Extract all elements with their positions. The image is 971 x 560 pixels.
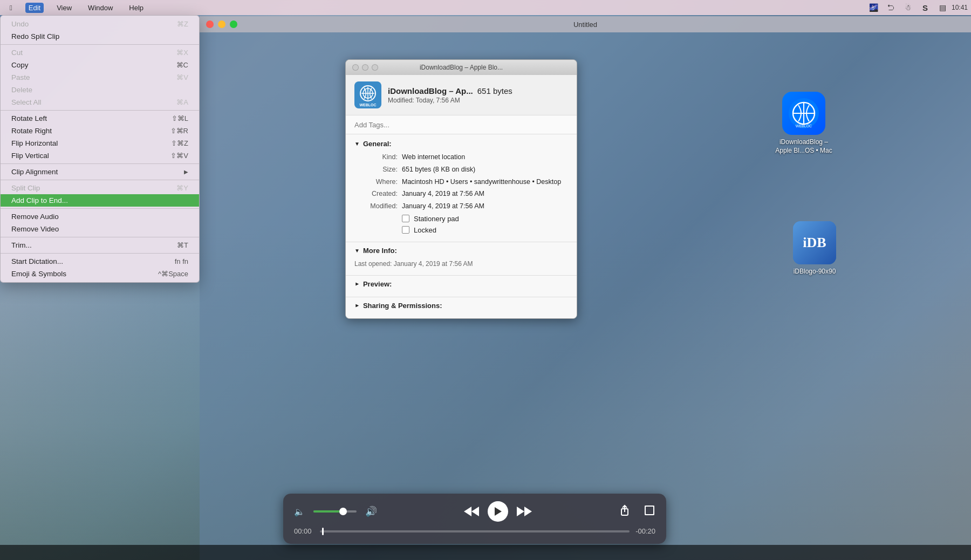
player-controls: 🔈 🔊 bbox=[294, 501, 655, 522]
menu-item-remove-video[interactable]: Remove Video bbox=[1, 223, 199, 235]
bottom-bar bbox=[0, 545, 971, 560]
menu-item-remove-audio[interactable]: Remove Audio bbox=[1, 210, 199, 223]
menu-item-start-dictation[interactable]: Start Dictation... fn fn bbox=[1, 255, 199, 268]
menubar-help[interactable]: Help bbox=[126, 3, 147, 13]
info-where-row: Where: Macintosh HD • Users • sandywritt… bbox=[354, 177, 568, 187]
fullscreen-button[interactable] bbox=[644, 504, 655, 519]
undo-shortcut: ⌘Z bbox=[177, 20, 188, 28]
info-header: WEBLOC iDownloadBlog – Ap... 651 bytes M… bbox=[346, 75, 577, 115]
info-max-btn[interactable] bbox=[372, 64, 378, 71]
info-more-section: ▼ More Info: Last opened: January 4, 201… bbox=[346, 242, 577, 275]
menu-item-rotate-right[interactable]: Rotate Right ⇧⌘R bbox=[1, 125, 199, 137]
locked-row: Locked bbox=[402, 226, 568, 234]
menu-item-select-all[interactable]: Select All ⌘A bbox=[1, 96, 199, 108]
letter-s-icon[interactable]: S bbox=[920, 3, 930, 12]
menu-item-paste[interactable]: Paste ⌘V bbox=[1, 71, 199, 84]
locked-label: Locked bbox=[414, 226, 436, 234]
idb-label: iDBlogo-90x90 bbox=[794, 268, 836, 276]
preview-header[interactable]: ▼ Preview: bbox=[354, 280, 568, 288]
where-value: Macintosh HD • Users • sandywrittenhouse… bbox=[402, 177, 561, 187]
volume-track bbox=[313, 510, 357, 513]
sharing-header[interactable]: ▼ Sharing & Permissions: bbox=[354, 302, 568, 310]
volume-low-icon: 🔈 bbox=[294, 507, 305, 517]
share-button[interactable] bbox=[619, 504, 631, 519]
info-titlebar: iDownloadBlog – Apple Blo... bbox=[346, 60, 577, 75]
preview-triangle: ▼ bbox=[354, 281, 360, 286]
dictation-shortcut: fn fn bbox=[175, 257, 188, 265]
volume-knob bbox=[339, 508, 347, 515]
stationery-checkbox[interactable] bbox=[402, 215, 409, 222]
info-modified-date: Modified: Today, 7:56 AM bbox=[388, 97, 512, 104]
stationery-label: Stationery pad bbox=[414, 215, 459, 223]
timeline-cursor bbox=[322, 528, 324, 535]
webloc-file-icon: WEBLOC bbox=[782, 92, 825, 135]
display-icon[interactable]: ▤ bbox=[938, 3, 947, 12]
menu-item-flip-horizontal[interactable]: Flip Horizontal ⇧⌘Z bbox=[1, 137, 199, 149]
svg-marker-13 bbox=[495, 507, 502, 516]
rewind-button[interactable] bbox=[464, 506, 479, 517]
volume-high-icon: 🔊 bbox=[365, 506, 377, 517]
player-timeline: 00:00 -00:20 bbox=[294, 527, 655, 535]
menu-item-flip-vertical[interactable]: Flip Vertical ⇧⌘V bbox=[1, 149, 199, 162]
info-file-details: iDownloadBlog – Ap... 651 bytes Modified… bbox=[388, 86, 512, 104]
menubar-edit[interactable]: Edit bbox=[25, 3, 44, 13]
info-modified-row: Modified: January 4, 2019 at 7:56 AM bbox=[354, 201, 568, 211]
shield-icon[interactable]: ☃ bbox=[903, 3, 913, 12]
menubar:  Edit View Window Help 🌌 ⮌ ☃ S ▤ 10:41 bbox=[0, 0, 971, 15]
menu-item-split-clip[interactable]: Split Clip ⌘Y bbox=[1, 182, 199, 194]
svg-text:WEBLOC: WEBLOC bbox=[359, 103, 376, 107]
more-info-header[interactable]: ▼ More Info: bbox=[354, 247, 568, 255]
info-panel: iDownloadBlog – Apple Blo... WEBLOC iDow… bbox=[345, 59, 577, 319]
info-tags-section bbox=[346, 115, 577, 134]
select-all-shortcut: ⌘A bbox=[176, 98, 188, 106]
where-label: Where: bbox=[354, 177, 398, 187]
tags-input-field[interactable] bbox=[354, 121, 568, 129]
compass-icon[interactable]: ⮌ bbox=[886, 3, 895, 12]
media-player: 🔈 🔊 bbox=[283, 494, 666, 544]
menubar-window[interactable]: Window bbox=[85, 3, 116, 13]
cast-icon[interactable]: 🌌 bbox=[869, 3, 878, 12]
info-created-row: Created: January 4, 2019 at 7:56 AM bbox=[354, 189, 568, 199]
desktop-icon-idb[interactable]: iDB iDBlogo-90x90 bbox=[782, 221, 847, 276]
info-size-row: Size: 651 bytes (8 KB on disk) bbox=[354, 165, 568, 175]
info-min-btn[interactable] bbox=[362, 64, 368, 71]
app-window: Untitled WEBLOC iDownloadBlog –Apple Bl.… bbox=[200, 16, 971, 560]
menu-item-undo[interactable]: Undo ⌘Z bbox=[1, 18, 199, 30]
window-controls bbox=[206, 21, 237, 28]
play-button[interactable] bbox=[488, 501, 508, 522]
maximize-button[interactable] bbox=[230, 21, 237, 28]
menu-item-trim[interactable]: Trim... ⌘T bbox=[1, 239, 199, 251]
menu-item-copy[interactable]: Copy ⌘C bbox=[1, 59, 199, 71]
desktop-icon-webloc[interactable]: WEBLOC iDownloadBlog –Apple Bl...OS • Ma… bbox=[771, 92, 836, 155]
info-general-section: ▼ General: Kind: Web internet location S… bbox=[346, 134, 577, 242]
menu-item-emoji-symbols[interactable]: Emoji & Symbols ^⌘Space bbox=[1, 268, 199, 280]
menu-item-redo-split[interactable]: Redo Split Clip bbox=[1, 30, 199, 43]
info-close-btn[interactable] bbox=[352, 64, 359, 71]
kind-value: Web internet location bbox=[402, 152, 465, 162]
separator-6 bbox=[1, 237, 199, 237]
menu-item-delete[interactable]: Delete bbox=[1, 84, 199, 96]
locked-checkbox[interactable] bbox=[402, 226, 409, 234]
separator-2 bbox=[1, 110, 199, 111]
time-remaining: -00:20 bbox=[635, 527, 655, 535]
menubar-view[interactable]: View bbox=[53, 3, 75, 13]
menu-item-rotate-left[interactable]: Rotate Left ⇧⌘L bbox=[1, 112, 199, 125]
last-opened-row: Last opened: January 4, 2019 at 7:56 AM bbox=[354, 259, 568, 269]
close-button[interactable] bbox=[206, 21, 214, 28]
menu-item-add-clip[interactable]: Add Clip to End... bbox=[1, 194, 199, 207]
menu-item-cut[interactable]: Cut ⌘X bbox=[1, 46, 199, 59]
emoji-shortcut: ^⌘Space bbox=[158, 270, 188, 278]
created-label: Created: bbox=[354, 189, 398, 199]
rotate-right-shortcut: ⇧⌘R bbox=[170, 127, 188, 135]
stationery-pad-row: Stationery pad bbox=[402, 215, 568, 223]
svg-marker-11 bbox=[471, 507, 479, 516]
menubar-apple[interactable]:  bbox=[6, 3, 16, 13]
timeline-track[interactable] bbox=[320, 530, 630, 532]
fast-forward-button[interactable] bbox=[517, 506, 532, 517]
menu-item-clip-alignment[interactable]: Clip Alignment ▶ bbox=[1, 166, 199, 178]
minimize-button[interactable] bbox=[218, 21, 225, 28]
file-type-icon: WEBLOC bbox=[354, 81, 381, 108]
size-value: 651 bytes (8 KB on disk) bbox=[402, 165, 475, 175]
volume-slider[interactable] bbox=[313, 510, 357, 513]
paste-shortcut: ⌘V bbox=[176, 73, 188, 81]
